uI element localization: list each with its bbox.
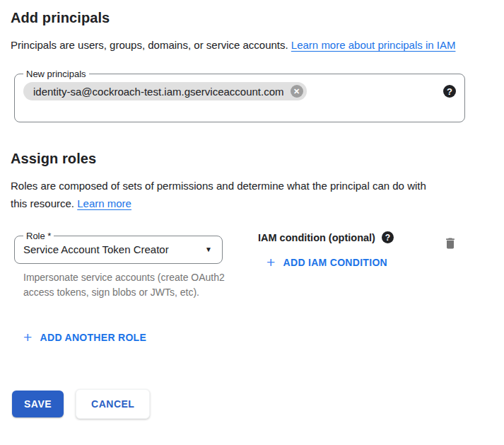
add-another-role-label: ADD ANOTHER ROLE <box>40 332 147 343</box>
new-principals-field[interactable]: New principals identity-sa@cockroach-tes… <box>14 69 465 122</box>
cancel-button[interactable]: CANCEL <box>76 389 150 419</box>
role-helper-text: Impersonate service accounts (create OAu… <box>23 270 234 300</box>
save-button[interactable]: SAVE <box>12 391 64 417</box>
learn-more-principals-link[interactable]: Learn more about principals in IAM <box>291 39 456 51</box>
role-label: Role * <box>23 231 54 241</box>
new-principals-label: New principals <box>23 69 89 79</box>
chip-remove-icon[interactable]: ✕ <box>291 85 303 98</box>
principal-chip: identity-sa@cockroach-test.iam.gservicea… <box>23 82 307 100</box>
chevron-down-icon: ▼ <box>205 245 212 253</box>
dialog-actions: SAVE CANCEL <box>12 389 493 419</box>
add-iam-condition-button[interactable]: + ADD IAM CONDITION <box>266 255 387 270</box>
role-column: Role * Service Account Token Creator ▼ I… <box>14 231 237 300</box>
section-add-principals: Add principals Principals are users, gro… <box>11 10 493 122</box>
role-value-row[interactable]: Service Account Token Creator ▼ <box>23 243 213 255</box>
section-assign-roles: Assign roles Roles are composed of sets … <box>11 151 493 345</box>
plus-icon: + <box>23 330 33 345</box>
assign-roles-title: Assign roles <box>11 151 493 167</box>
role-row: Role * Service Account Token Creator ▼ I… <box>14 231 493 300</box>
principals-description-text: Principals are users, groups, domains, o… <box>11 39 291 51</box>
new-principals-help-icon[interactable]: ? <box>443 85 456 98</box>
new-principals-chip-row: identity-sa@cockroach-test.iam.gservicea… <box>23 82 456 100</box>
principals-description: Principals are users, groups, domains, o… <box>11 36 474 54</box>
principal-chip-label: identity-sa@cockroach-test.iam.gservicea… <box>33 86 284 98</box>
delete-role-button[interactable] <box>443 236 457 250</box>
add-another-role-wrap: + ADD ANOTHER ROLE <box>23 330 493 345</box>
iam-condition-label: IAM condition (optional) <box>258 232 375 243</box>
iam-condition-help-icon[interactable]: ? <box>382 231 394 243</box>
learn-more-roles-link[interactable]: Learn more <box>77 197 131 209</box>
add-principals-dialog: Add principals Principals are users, gro… <box>0 0 504 419</box>
role-selected-value: Service Account Token Creator <box>23 243 169 255</box>
iam-condition-column: IAM condition (optional) ? + ADD IAM CON… <box>258 231 443 270</box>
add-iam-condition-label: ADD IAM CONDITION <box>283 257 387 268</box>
add-another-role-button[interactable]: + ADD ANOTHER ROLE <box>23 330 146 345</box>
iam-condition-label-row: IAM condition (optional) ? <box>258 231 443 243</box>
plus-icon: + <box>266 255 276 270</box>
page-title: Add principals <box>11 10 493 26</box>
role-select[interactable]: Role * Service Account Token Creator ▼ <box>14 231 223 264</box>
delete-icon <box>443 242 457 253</box>
roles-description-text: Roles are composed of sets of permission… <box>11 180 426 209</box>
roles-description: Roles are composed of sets of permission… <box>11 177 443 212</box>
